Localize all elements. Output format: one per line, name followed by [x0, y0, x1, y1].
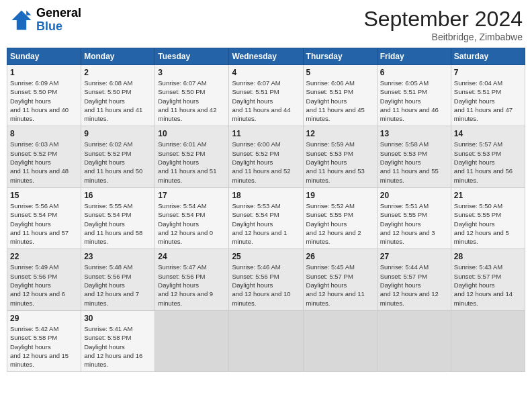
cell-info: Sunrise: 6:05 AMSunset: 5:51 PMDaylight … — [380, 79, 448, 123]
calendar-cell: 11Sunrise: 6:00 AMSunset: 5:52 PMDayligh… — [229, 126, 303, 187]
cell-info: Sunrise: 5:52 AMSunset: 5:55 PMDaylight … — [306, 201, 374, 246]
day-number: 15 — [10, 191, 78, 200]
day-header-saturday: Saturday — [451, 48, 525, 65]
calendar-cell: 12Sunrise: 5:59 AMSunset: 5:53 PMDayligh… — [303, 126, 377, 187]
cell-info: Sunrise: 5:44 AMSunset: 5:57 PMDaylight … — [380, 263, 448, 307]
day-number: 1 — [10, 68, 78, 77]
calendar-cell: 4Sunrise: 6:07 AMSunset: 5:51 PMDaylight… — [229, 65, 303, 126]
calendar-cell: 7Sunrise: 6:04 AMSunset: 5:51 PMDaylight… — [451, 65, 525, 126]
cell-info: Sunrise: 6:07 AMSunset: 5:51 PMDaylight … — [232, 79, 300, 123]
calendar-cell: 28Sunrise: 5:43 AMSunset: 5:57 PMDayligh… — [451, 249, 525, 310]
calendar-cell: 10Sunrise: 6:01 AMSunset: 5:52 PMDayligh… — [155, 126, 229, 187]
calendar-table: SundayMondayTuesdayWednesdayThursdayFrid… — [7, 48, 525, 372]
day-number: 22 — [10, 252, 78, 261]
day-number: 19 — [306, 191, 374, 200]
day-number: 4 — [232, 68, 300, 77]
calendar-cell: 1Sunrise: 6:09 AMSunset: 5:50 PMDaylight… — [7, 65, 81, 126]
calendar-cell: 16Sunrise: 5:55 AMSunset: 5:54 PMDayligh… — [81, 187, 155, 248]
calendar-cell: 19Sunrise: 5:52 AMSunset: 5:55 PMDayligh… — [303, 187, 377, 248]
day-header-wednesday: Wednesday — [229, 48, 303, 65]
day-number: 30 — [84, 314, 152, 323]
logo-text: General Blue — [36, 7, 81, 34]
day-number: 21 — [454, 191, 522, 200]
day-number: 2 — [84, 68, 152, 77]
calendar-cell: 3Sunrise: 6:07 AMSunset: 5:50 PMDaylight… — [155, 65, 229, 126]
day-number: 10 — [158, 129, 226, 138]
day-number: 3 — [158, 68, 226, 77]
calendar-week-row: 8Sunrise: 6:03 AMSunset: 5:52 PMDaylight… — [7, 126, 525, 187]
calendar-cell — [155, 310, 229, 371]
day-number: 7 — [454, 68, 522, 77]
calendar-cell: 26Sunrise: 5:45 AMSunset: 5:57 PMDayligh… — [303, 249, 377, 310]
cell-info: Sunrise: 5:59 AMSunset: 5:53 PMDaylight … — [306, 140, 374, 184]
day-number: 20 — [380, 191, 448, 200]
day-number: 11 — [232, 129, 300, 138]
cell-info: Sunrise: 5:43 AMSunset: 5:57 PMDaylight … — [454, 263, 522, 307]
day-number: 28 — [454, 252, 522, 261]
calendar-cell — [451, 310, 525, 371]
cell-info: Sunrise: 6:09 AMSunset: 5:50 PMDaylight … — [10, 79, 78, 123]
logo: General Blue — [9, 7, 81, 34]
calendar-cell: 13Sunrise: 5:58 AMSunset: 5:53 PMDayligh… — [377, 126, 451, 187]
cell-info: Sunrise: 6:04 AMSunset: 5:51 PMDaylight … — [454, 79, 522, 123]
day-header-monday: Monday — [81, 48, 155, 65]
day-number: 27 — [380, 252, 448, 261]
calendar-cell: 5Sunrise: 6:06 AMSunset: 5:51 PMDaylight… — [303, 65, 377, 126]
cell-info: Sunrise: 5:58 AMSunset: 5:53 PMDaylight … — [380, 140, 448, 184]
day-number: 14 — [454, 129, 522, 138]
month-title: September 2024 — [363, 7, 523, 32]
cell-info: Sunrise: 6:01 AMSunset: 5:52 PMDaylight … — [158, 140, 226, 184]
cell-info: Sunrise: 6:03 AMSunset: 5:52 PMDaylight … — [10, 140, 78, 184]
day-header-tuesday: Tuesday — [155, 48, 229, 65]
day-number: 17 — [158, 191, 226, 200]
title-block: September 2024 Beitbridge, Zimbabwe — [363, 7, 523, 42]
calendar-week-row: 1Sunrise: 6:09 AMSunset: 5:50 PMDaylight… — [7, 65, 525, 126]
calendar-cell: 8Sunrise: 6:03 AMSunset: 5:52 PMDaylight… — [7, 126, 81, 187]
calendar-week-row: 22Sunrise: 5:49 AMSunset: 5:56 PMDayligh… — [7, 249, 525, 310]
calendar-header-row: SundayMondayTuesdayWednesdayThursdayFrid… — [7, 48, 525, 65]
cell-info: Sunrise: 5:50 AMSunset: 5:55 PMDaylight … — [454, 201, 522, 246]
calendar-cell: 27Sunrise: 5:44 AMSunset: 5:57 PMDayligh… — [377, 249, 451, 310]
day-header-sunday: Sunday — [7, 48, 81, 65]
cell-info: Sunrise: 6:02 AMSunset: 5:52 PMDaylight … — [84, 140, 152, 184]
cell-info: Sunrise: 6:00 AMSunset: 5:52 PMDaylight … — [232, 140, 300, 184]
cell-info: Sunrise: 5:55 AMSunset: 5:54 PMDaylight … — [84, 201, 152, 246]
cell-info: Sunrise: 5:47 AMSunset: 5:56 PMDaylight … — [158, 263, 226, 307]
calendar-cell: 6Sunrise: 6:05 AMSunset: 5:51 PMDaylight… — [377, 65, 451, 126]
cell-info: Sunrise: 5:45 AMSunset: 5:57 PMDaylight … — [306, 263, 374, 307]
day-number: 24 — [158, 252, 226, 261]
calendar-cell: 18Sunrise: 5:53 AMSunset: 5:54 PMDayligh… — [229, 187, 303, 248]
cell-info: Sunrise: 6:07 AMSunset: 5:50 PMDaylight … — [158, 79, 226, 123]
calendar-cell: 23Sunrise: 5:48 AMSunset: 5:56 PMDayligh… — [81, 249, 155, 310]
calendar-cell: 17Sunrise: 5:54 AMSunset: 5:54 PMDayligh… — [155, 187, 229, 248]
day-number: 8 — [10, 129, 78, 138]
calendar-cell — [229, 310, 303, 371]
cell-info: Sunrise: 5:46 AMSunset: 5:56 PMDaylight … — [232, 263, 300, 307]
calendar-cell: 29Sunrise: 5:42 AMSunset: 5:58 PMDayligh… — [7, 310, 81, 371]
page-header: General Blue September 2024 Beitbridge, … — [7, 7, 525, 42]
day-number: 5 — [306, 68, 374, 77]
calendar-cell: 25Sunrise: 5:46 AMSunset: 5:56 PMDayligh… — [229, 249, 303, 310]
day-number: 18 — [232, 191, 300, 200]
calendar-cell: 21Sunrise: 5:50 AMSunset: 5:55 PMDayligh… — [451, 187, 525, 248]
day-number: 25 — [232, 252, 300, 261]
cell-info: Sunrise: 6:06 AMSunset: 5:51 PMDaylight … — [306, 79, 374, 123]
svg-marker-1 — [26, 10, 31, 15]
calendar-cell: 15Sunrise: 5:56 AMSunset: 5:54 PMDayligh… — [7, 187, 81, 248]
cell-info: Sunrise: 5:48 AMSunset: 5:56 PMDaylight … — [84, 263, 152, 307]
day-number: 6 — [380, 68, 448, 77]
calendar-cell — [377, 310, 451, 371]
day-header-thursday: Thursday — [303, 48, 377, 65]
cell-info: Sunrise: 5:41 AMSunset: 5:58 PMDaylight … — [84, 324, 152, 369]
cell-info: Sunrise: 5:53 AMSunset: 5:54 PMDaylight … — [232, 201, 300, 246]
calendar-cell: 2Sunrise: 6:08 AMSunset: 5:50 PMDaylight… — [81, 65, 155, 126]
calendar-cell: 22Sunrise: 5:49 AMSunset: 5:56 PMDayligh… — [7, 249, 81, 310]
calendar-cell: 30Sunrise: 5:41 AMSunset: 5:58 PMDayligh… — [81, 310, 155, 371]
cell-info: Sunrise: 5:56 AMSunset: 5:54 PMDaylight … — [10, 201, 78, 246]
day-number: 29 — [10, 314, 78, 323]
calendar-cell: 9Sunrise: 6:02 AMSunset: 5:52 PMDaylight… — [81, 126, 155, 187]
calendar-cell: 24Sunrise: 5:47 AMSunset: 5:56 PMDayligh… — [155, 249, 229, 310]
calendar-week-row: 15Sunrise: 5:56 AMSunset: 5:54 PMDayligh… — [7, 187, 525, 248]
calendar-cell: 14Sunrise: 5:57 AMSunset: 5:53 PMDayligh… — [451, 126, 525, 187]
cell-info: Sunrise: 5:54 AMSunset: 5:54 PMDaylight … — [158, 201, 226, 246]
